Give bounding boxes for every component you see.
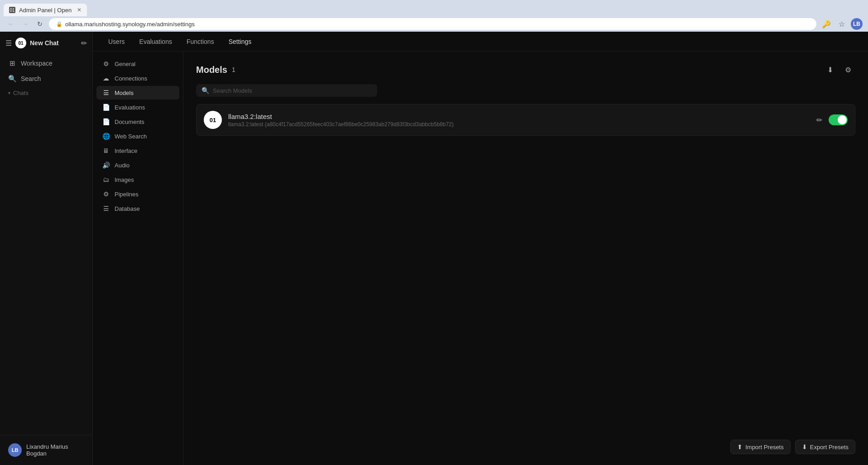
tab-close-icon[interactable]: ✕ (77, 7, 82, 13)
models-count: 1 (232, 66, 235, 73)
presets-area: ⬆ Import Presets ⬇ Export Presets (730, 440, 855, 454)
audio-label: Audio (115, 162, 129, 169)
user-name: Lixandru Marius Bogdan (26, 443, 84, 457)
browser-chrome: 01 Admin Panel | Open ✕ ← → ↻ 🔒 ollama.m… (0, 0, 868, 32)
admin-nav-evaluations[interactable]: Evaluations (133, 32, 178, 51)
model-info: llama3.2:latest llama3.2:latest (a80c4f1… (228, 113, 808, 128)
export-label: Export Presets (810, 444, 849, 451)
sidebar-app-title: New Chat (30, 39, 59, 47)
sidebar-header: ☰ 01 New Chat ✏ (0, 32, 92, 54)
chats-label: Chats (13, 90, 29, 96)
workspace-icon: ⊞ (8, 59, 16, 67)
models-header: Models 1 ⬇ ⚙ (196, 62, 855, 77)
settings-icon[interactable]: ⚙ (841, 62, 855, 77)
models-search-bar[interactable]: 🔍 (196, 84, 377, 97)
sidebar: ☰ 01 New Chat ✏ ⊞ Workspace 🔍 Search ▾ C… (0, 32, 93, 465)
general-label: General (115, 61, 135, 67)
admin-nav-users[interactable]: Users (102, 32, 131, 51)
admin-container: Users Evaluations Functions Settings ⚙ G… (93, 32, 868, 465)
settings-nav-pipelines[interactable]: ⚙ Pipelines (96, 187, 179, 201)
model-enable-toggle[interactable] (829, 114, 848, 125)
models-title: Models 1 (196, 65, 235, 75)
images-label: Images (115, 176, 134, 183)
back-button[interactable]: ← (5, 19, 16, 29)
admin-nav-settings[interactable]: Settings (222, 32, 258, 51)
hamburger-icon[interactable]: ☰ (5, 39, 12, 47)
sidebar-logo: 01 (15, 38, 26, 48)
models-icon: ☰ (102, 89, 110, 96)
import-icon: ⬆ (737, 443, 743, 451)
models-label: Models (115, 90, 134, 96)
sidebar-navigation: ⊞ Workspace 🔍 Search ▾ Chats (0, 54, 92, 101)
tab-title: Admin Panel | Open (19, 7, 72, 14)
browser-tab[interactable]: 01 Admin Panel | Open ✕ (4, 4, 87, 16)
import-presets-button[interactable]: ⬆ Import Presets (730, 440, 791, 454)
pipelines-label: Pipelines (115, 191, 139, 198)
user-avatar: LB (8, 443, 22, 457)
toggle-knob (838, 115, 847, 124)
interface-icon: 🖥 (102, 147, 110, 154)
connections-label: Connections (115, 75, 147, 82)
new-chat-icon[interactable]: ✏ (81, 39, 87, 47)
chats-section[interactable]: ▾ Chats (4, 87, 89, 99)
bookmark-icon[interactable]: ☆ (835, 18, 848, 30)
pipelines-icon: ⚙ (102, 190, 110, 198)
chevron-down-icon: ▾ (8, 90, 10, 95)
address-bar[interactable]: 🔒 ollama.mariushosting.synology.me/admin… (49, 18, 816, 30)
settings-nav-images[interactable]: 🗂 Images (96, 173, 179, 186)
settings-nav-models[interactable]: ☰ Models (96, 86, 179, 100)
tab-favicon: 01 (9, 7, 15, 13)
settings-nav-evaluations[interactable]: 📄 Evaluations (96, 100, 179, 114)
export-icon: ⬇ (802, 443, 807, 451)
web-search-label: Web Search (115, 133, 147, 140)
password-icon[interactable]: 🔑 (820, 18, 833, 30)
general-icon: ⚙ (102, 60, 110, 67)
model-avatar: 01 (204, 111, 222, 129)
forward-button[interactable]: → (20, 19, 31, 29)
settings-nav-documents[interactable]: 📄 Documents (96, 115, 179, 128)
model-name: llama3.2:latest (228, 113, 808, 120)
browser-profile-avatar[interactable]: LB (851, 18, 863, 30)
settings-nav-interface[interactable]: 🖥 Interface (96, 144, 179, 157)
settings-nav-database[interactable]: ☰ Database (96, 202, 179, 215)
search-label: Search (21, 75, 41, 82)
documents-icon: 📄 (102, 118, 110, 125)
header-actions: ⬇ ⚙ (823, 62, 855, 77)
web-search-icon: 🌐 (102, 133, 110, 140)
url-text: ollama.mariushosting.synology.me/admin/s… (65, 21, 195, 28)
settings-nav-connections[interactable]: ☁ Connections (96, 71, 179, 85)
sidebar-bottom: LB Lixandru Marius Bogdan (0, 435, 92, 465)
edit-model-icon[interactable]: ✏ (815, 114, 824, 126)
evaluations-icon: 📄 (102, 104, 110, 111)
models-title-text: Models (196, 65, 227, 75)
sidebar-item-search[interactable]: 🔍 Search (4, 71, 89, 86)
main-content: Models 1 ⬇ ⚙ 🔍 01 llama3.2:la (183, 52, 868, 465)
reload-button[interactable]: ↻ (34, 19, 45, 29)
evaluations-label: Evaluations (115, 104, 145, 111)
admin-nav-functions[interactable]: Functions (180, 32, 221, 51)
app-layout: ☰ 01 New Chat ✏ ⊞ Workspace 🔍 Search ▾ C… (0, 32, 868, 465)
sidebar-item-workspace[interactable]: ⊞ Workspace (4, 56, 89, 71)
lock-icon: 🔒 (56, 21, 62, 27)
settings-layout: ⚙ General ☁ Connections ☰ Models 📄 Evalu… (93, 52, 868, 465)
tab-bar: 01 Admin Panel | Open ✕ (0, 0, 868, 16)
search-icon: 🔍 (8, 75, 16, 83)
settings-sidebar: ⚙ General ☁ Connections ☰ Models 📄 Evalu… (93, 52, 183, 465)
model-hash: llama3.2:latest (a80c4f17acd55265feec403… (228, 121, 808, 128)
audio-icon: 🔊 (102, 161, 110, 169)
nav-bar: ← → ↻ 🔒 ollama.mariushosting.synology.me… (0, 16, 868, 32)
nav-right-icons: 🔑 ☆ LB (820, 18, 863, 30)
settings-nav-web-search[interactable]: 🌐 Web Search (96, 129, 179, 143)
settings-nav-audio[interactable]: 🔊 Audio (96, 158, 179, 172)
import-label: Import Presets (745, 444, 784, 451)
export-presets-button[interactable]: ⬇ Export Presets (795, 440, 855, 454)
database-label: Database (115, 205, 140, 212)
search-bar-icon: 🔍 (201, 87, 209, 94)
download-icon[interactable]: ⬇ (823, 62, 837, 77)
admin-nav: Users Evaluations Functions Settings (93, 32, 868, 52)
connections-icon: ☁ (102, 75, 110, 82)
user-profile[interactable]: LB Lixandru Marius Bogdan (5, 440, 88, 460)
models-search-input[interactable] (213, 87, 372, 94)
settings-nav-general[interactable]: ⚙ General (96, 57, 179, 71)
interface-label: Interface (115, 147, 138, 154)
